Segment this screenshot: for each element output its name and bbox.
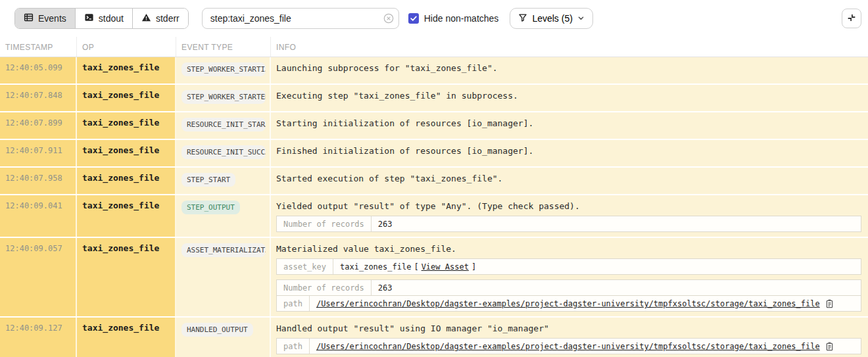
event-type-cell: RESOURCE_INIT_SUCC… bbox=[176, 140, 271, 166]
metadata-value-text: taxi_zones_file bbox=[340, 262, 411, 272]
info-message: Executing step "taxi_zones_file" in subp… bbox=[276, 90, 863, 101]
metadata-value-text: 263 bbox=[378, 283, 393, 293]
op-cell: taxi_zones_file bbox=[77, 112, 176, 139]
log-search bbox=[202, 8, 399, 29]
event-type-cell: ASSET_MATERIALIZAT… bbox=[176, 238, 271, 316]
metadata-entry: path /Users/erincochran/Desktop/dagster-… bbox=[276, 338, 861, 354]
table-row: 12:40:07.899 taxi_zones_file RESOURCE_IN… bbox=[0, 112, 868, 140]
tab-stderr-label: stderr bbox=[156, 13, 180, 24]
copy-path-icon[interactable] bbox=[825, 342, 834, 351]
event-type-cell: HANDLED_OUTPUT bbox=[176, 318, 271, 357]
event-type-cell: RESOURCE_INIT_STAR… bbox=[176, 112, 271, 139]
clear-search-icon[interactable] bbox=[383, 13, 394, 24]
info-message: Finished initialization of resources [io… bbox=[276, 145, 863, 156]
tab-stdout[interactable]: stdout bbox=[76, 9, 133, 28]
event-type-badge: STEP_WORKER_STARTED bbox=[181, 90, 266, 104]
path-link[interactable]: /Users/erincochran/Desktop/dagster-examp… bbox=[316, 342, 820, 351]
collapse-icon bbox=[846, 12, 857, 25]
timestamp-cell: 12:40:07.899 bbox=[0, 112, 77, 139]
op-cell: taxi_zones_file bbox=[77, 195, 176, 237]
header-info: INFO bbox=[271, 37, 868, 57]
info-message: Started execution of step "taxi_zones_fi… bbox=[276, 173, 863, 183]
search-input[interactable] bbox=[202, 8, 399, 29]
info-cell: Started execution of step "taxi_zones_fi… bbox=[271, 168, 868, 194]
filter-funnel-icon bbox=[518, 13, 527, 24]
table-header-row: TIMESTAMP OP EVENT TYPE INFO bbox=[0, 37, 868, 57]
event-type-badge: STEP_OUTPUT bbox=[181, 201, 240, 214]
info-message: Materialized value taxi_zones_file. bbox=[276, 243, 863, 254]
metadata-value: /Users/erincochran/Desktop/dagster-examp… bbox=[310, 339, 840, 354]
timestamp-cell: 12:40:09.041 bbox=[0, 195, 77, 237]
tab-events[interactable]: Events bbox=[15, 9, 76, 28]
timestamp-cell: 12:40:09.127 bbox=[0, 318, 77, 357]
event-type-badge: RESOURCE_INIT_STAR… bbox=[181, 118, 266, 131]
event-type-badge: STEP_START bbox=[181, 173, 235, 187]
table-row: 12:40:09.041 taxi_zones_file STEP_OUTPUT… bbox=[0, 195, 868, 238]
timestamp-cell: 12:40:07.848 bbox=[0, 85, 77, 111]
event-type-cell: STEP_WORKER_STARTI… bbox=[176, 57, 271, 83]
info-cell: Launching subprocess for "taxi_zones_fil… bbox=[271, 57, 868, 83]
info-message: Starting initialization of resources [io… bbox=[276, 118, 863, 128]
event-type-badge: ASSET_MATERIALIZAT… bbox=[181, 243, 266, 257]
event-type-cell: STEP_WORKER_STARTED bbox=[176, 85, 271, 111]
table-icon bbox=[24, 12, 34, 24]
metadata-value-text: 263 bbox=[378, 220, 393, 229]
metadata-value: /Users/erincochran/Desktop/dagster-examp… bbox=[310, 296, 840, 311]
info-cell: Finished initialization of resources [io… bbox=[271, 140, 868, 166]
op-cell: taxi_zones_file bbox=[77, 85, 176, 111]
header-op: OP bbox=[77, 37, 176, 57]
event-type-cell: STEP_OUTPUT bbox=[176, 195, 271, 237]
metadata-label: path bbox=[277, 296, 310, 311]
tab-stderr[interactable]: stderr bbox=[133, 9, 188, 28]
hide-non-matches-toggle[interactable]: Hide non-matches bbox=[408, 13, 499, 24]
info-message: Handled output "result" using IO manager… bbox=[276, 323, 863, 333]
table-row: 12:40:09.057 taxi_zones_file ASSET_MATER… bbox=[0, 238, 868, 318]
metadata-label: path bbox=[277, 339, 310, 354]
info-cell: Starting initialization of resources [io… bbox=[271, 112, 868, 139]
op-cell: taxi_zones_file bbox=[77, 318, 176, 357]
op-cell: taxi_zones_file bbox=[77, 238, 176, 316]
checkbox-checked-icon[interactable] bbox=[408, 13, 419, 24]
event-type-badge: HANDLED_OUTPUT bbox=[181, 323, 253, 337]
header-timestamp: TIMESTAMP bbox=[0, 37, 77, 57]
timestamp-cell: 12:40:07.958 bbox=[0, 168, 77, 194]
metadata-label: Number of records bbox=[277, 216, 372, 231]
metadata-entry: Number of records 263 bbox=[276, 279, 861, 296]
table-body: 12:40:05.099 taxi_zones_file STEP_WORKER… bbox=[0, 57, 868, 357]
table-row: 12:40:07.911 taxi_zones_file RESOURCE_IN… bbox=[0, 140, 868, 168]
bracket-open: [ bbox=[414, 262, 418, 272]
log-filter-toolbar: Events stdout stderr Hide non-matches bbox=[0, 0, 868, 37]
op-cell: taxi_zones_file bbox=[77, 140, 176, 166]
info-message: Yielded output "result" of type "Any". (… bbox=[276, 201, 863, 211]
collapse-panel-button[interactable] bbox=[842, 9, 861, 28]
path-link[interactable]: /Users/erincochran/Desktop/dagster-examp… bbox=[316, 299, 820, 308]
copy-path-icon[interactable] bbox=[825, 299, 834, 308]
event-type-badge: RESOURCE_INIT_SUCC… bbox=[181, 145, 266, 159]
terminal-icon bbox=[84, 12, 94, 24]
header-event-type: EVENT TYPE bbox=[176, 37, 271, 57]
metadata-entry: path /Users/erincochran/Desktop/dagster-… bbox=[276, 295, 861, 312]
metadata-entry: Number of records 263 bbox=[276, 216, 861, 232]
timestamp-cell: 12:40:05.099 bbox=[0, 57, 77, 83]
event-type-badge: STEP_WORKER_STARTI… bbox=[181, 62, 266, 76]
info-cell: Yielded output "result" of type "Any". (… bbox=[271, 195, 868, 237]
table-row: 12:40:07.848 taxi_zones_file STEP_WORKER… bbox=[0, 85, 868, 112]
timestamp-cell: 12:40:07.911 bbox=[0, 140, 77, 166]
chevron-down-icon bbox=[577, 13, 585, 24]
log-view-tabs: Events stdout stderr bbox=[14, 8, 189, 29]
info-cell: Executing step "taxi_zones_file" in subp… bbox=[271, 85, 868, 111]
metadata-label: asset_key bbox=[277, 259, 333, 274]
warning-icon bbox=[141, 12, 151, 24]
info-message: Launching subprocess for "taxi_zones_fil… bbox=[276, 62, 863, 73]
levels-filter-button[interactable]: Levels (5) bbox=[510, 8, 592, 29]
bracket-close: ] bbox=[471, 262, 476, 272]
table-row: 12:40:09.127 taxi_zones_file HANDLED_OUT… bbox=[0, 318, 868, 357]
view-asset-link[interactable]: View Asset bbox=[422, 262, 469, 272]
metadata-label: Number of records bbox=[277, 280, 372, 295]
event-type-cell: STEP_START bbox=[176, 168, 271, 194]
info-cell: Handled output "result" using IO manager… bbox=[271, 318, 868, 357]
metadata-value: taxi_zones_file[View Asset] bbox=[333, 259, 483, 274]
metadata-entry: asset_key taxi_zones_file[View Asset] bbox=[276, 258, 861, 275]
tab-stdout-label: stdout bbox=[99, 13, 124, 24]
metadata-value: 263 bbox=[372, 216, 399, 231]
